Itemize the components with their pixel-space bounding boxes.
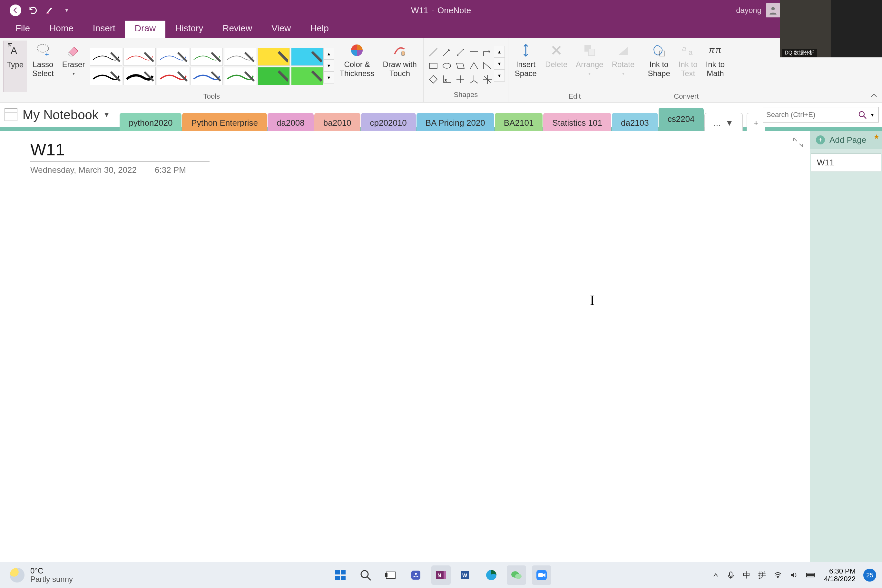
page-canvas[interactable]: W11 Wednesday, March 30, 2022 6:32 PM I bbox=[0, 131, 810, 562]
notebook-dropdown[interactable]: My Notebook ▼ bbox=[22, 108, 110, 122]
tray-mic-icon[interactable] bbox=[727, 571, 735, 579]
section-da2103[interactable]: da2103 bbox=[612, 113, 658, 131]
shape-elbow-arrow[interactable] bbox=[481, 46, 494, 58]
pen-green-med[interactable] bbox=[224, 67, 256, 85]
tray-clock[interactable]: 6:30 PM 4/18/2022 bbox=[824, 567, 856, 583]
tray-battery-icon[interactable] bbox=[806, 572, 816, 578]
highlighter-lime[interactable] bbox=[291, 67, 323, 85]
page-title[interactable]: W11 bbox=[30, 140, 810, 159]
color-thickness-button[interactable]: Color & Thickness bbox=[336, 40, 378, 92]
highlighter-cyan[interactable] bbox=[291, 48, 323, 66]
taskbar-taskview[interactable] bbox=[381, 566, 400, 585]
shape-elbow[interactable] bbox=[467, 46, 480, 58]
section-ba2101[interactable]: BA2101 bbox=[495, 113, 543, 131]
tab-view[interactable]: View bbox=[262, 20, 300, 38]
tab-file[interactable]: File bbox=[6, 20, 40, 38]
draw-with-touch-button[interactable]: Draw with Touch bbox=[380, 40, 420, 92]
shape-parallelogram[interactable] bbox=[454, 59, 467, 72]
pen-blue-thin[interactable] bbox=[157, 48, 189, 66]
section-da2008[interactable]: da2008 bbox=[268, 113, 314, 131]
shape-axes-3d-neg[interactable] bbox=[481, 73, 494, 86]
highlighter-yellow[interactable] bbox=[258, 48, 290, 66]
pen-red-med[interactable] bbox=[157, 67, 189, 85]
shape-line[interactable] bbox=[427, 46, 440, 58]
shape-double-arrow[interactable] bbox=[454, 46, 467, 58]
section-cs2204[interactable]: cs2204 bbox=[658, 108, 704, 128]
shape-axes-3d[interactable] bbox=[467, 73, 480, 86]
pen-gallery-more[interactable]: ▾ bbox=[323, 72, 334, 84]
pen-black-thin[interactable] bbox=[90, 48, 122, 66]
pen-gallery[interactable] bbox=[90, 48, 323, 85]
taskbar-app-edge[interactable] bbox=[482, 566, 501, 585]
tray-volume-icon[interactable] bbox=[790, 571, 798, 579]
undo-button[interactable] bbox=[28, 6, 38, 15]
section-ba2010[interactable]: ba2010 bbox=[314, 113, 360, 131]
collapse-ribbon-button[interactable] bbox=[869, 91, 879, 101]
taskbar-app-wechat[interactable] bbox=[507, 566, 526, 585]
taskbar-app-onenote[interactable]: N bbox=[431, 566, 451, 585]
shape-ellipse[interactable] bbox=[440, 59, 453, 72]
taskbar-app-chat[interactable] bbox=[406, 566, 426, 585]
tray-ime-mode[interactable]: 拼 bbox=[758, 570, 766, 580]
search-box[interactable]: ▾ bbox=[763, 107, 879, 123]
shape-axes-2d-neg[interactable] bbox=[454, 73, 467, 86]
section-cp202010[interactable]: cp202010 bbox=[361, 113, 416, 131]
search-input[interactable] bbox=[766, 111, 856, 119]
shape-right-triangle[interactable] bbox=[481, 59, 494, 72]
taskbar-weather[interactable]: 0°C Partly sunny bbox=[0, 567, 73, 584]
section-ba-pricing[interactable]: BA Pricing 2020 bbox=[417, 113, 494, 131]
taskbar-search[interactable] bbox=[356, 566, 375, 585]
qat-dropdown[interactable]: ▼ bbox=[62, 6, 72, 15]
pen-blue-med[interactable] bbox=[190, 67, 223, 85]
taskbar-app-word[interactable]: W bbox=[456, 566, 476, 585]
shape-gallery-up[interactable]: ▴ bbox=[494, 46, 505, 58]
tray-notifications[interactable]: 25 bbox=[863, 568, 876, 582]
shape-gallery-down[interactable]: ▾ bbox=[494, 58, 505, 70]
section-statistics[interactable]: Statistics 101 bbox=[543, 113, 611, 131]
shape-axes-2d[interactable]: x bbox=[440, 73, 453, 86]
pen-red-thin[interactable] bbox=[123, 48, 156, 66]
tab-draw[interactable]: Draw bbox=[125, 20, 165, 38]
lasso-select-button[interactable]: + Lasso Select bbox=[29, 40, 57, 92]
search-icon[interactable] bbox=[856, 108, 869, 121]
add-page-button[interactable]: + Add Page ★ bbox=[810, 131, 882, 149]
section-python2020[interactable]: python2020 bbox=[120, 113, 182, 131]
search-scope-dropdown[interactable]: ▾ bbox=[869, 107, 875, 122]
start-button[interactable] bbox=[331, 566, 350, 585]
notebook-list-icon[interactable] bbox=[4, 108, 17, 121]
shape-rectangle[interactable] bbox=[427, 59, 440, 72]
tray-overflow[interactable] bbox=[712, 572, 719, 578]
ink-to-shape-button[interactable]: Ink to Shape bbox=[644, 40, 673, 92]
taskbar-app-zoom[interactable] bbox=[532, 566, 551, 585]
shape-arrow[interactable] bbox=[440, 46, 453, 58]
tab-insert[interactable]: Insert bbox=[83, 20, 125, 38]
ink-to-math-button[interactable]: ππ Ink to Math bbox=[702, 40, 728, 92]
tab-home[interactable]: Home bbox=[40, 20, 83, 38]
pen-gallery-up[interactable]: ▴ bbox=[323, 48, 334, 60]
tray-ime-lang[interactable]: 中 bbox=[743, 570, 750, 580]
user-name[interactable]: dayong bbox=[736, 6, 761, 15]
tab-history[interactable]: History bbox=[165, 20, 213, 38]
insert-space-button[interactable]: Insert Space bbox=[512, 40, 540, 92]
back-button[interactable] bbox=[10, 4, 21, 16]
shape-diamond[interactable] bbox=[427, 73, 440, 86]
section-more-button[interactable]: ... ▼ bbox=[704, 113, 743, 131]
highlighter-green[interactable] bbox=[258, 67, 290, 85]
tray-wifi-icon[interactable] bbox=[774, 571, 782, 579]
eraser-button[interactable]: Eraser ▾ bbox=[59, 40, 88, 92]
pen-gray-thin[interactable] bbox=[224, 48, 256, 66]
tab-help[interactable]: Help bbox=[300, 20, 339, 38]
pen-green-thin[interactable] bbox=[190, 48, 223, 66]
tab-review[interactable]: Review bbox=[213, 20, 262, 38]
shape-gallery[interactable]: x bbox=[427, 46, 494, 86]
type-button[interactable]: A Type bbox=[3, 40, 27, 92]
pin-icon[interactable]: ★ bbox=[874, 133, 879, 141]
section-python-enterprise[interactable]: Python Enterprise bbox=[182, 113, 267, 131]
pen-black-med[interactable] bbox=[90, 67, 122, 85]
touch-mode-button[interactable] bbox=[45, 6, 55, 15]
shape-triangle[interactable] bbox=[467, 59, 480, 72]
shape-gallery-more[interactable]: ▾ bbox=[494, 70, 505, 81]
pen-gallery-down[interactable]: ▾ bbox=[323, 60, 334, 72]
fullscreen-icon[interactable] bbox=[792, 136, 804, 148]
pen-black-thick[interactable] bbox=[123, 67, 156, 85]
